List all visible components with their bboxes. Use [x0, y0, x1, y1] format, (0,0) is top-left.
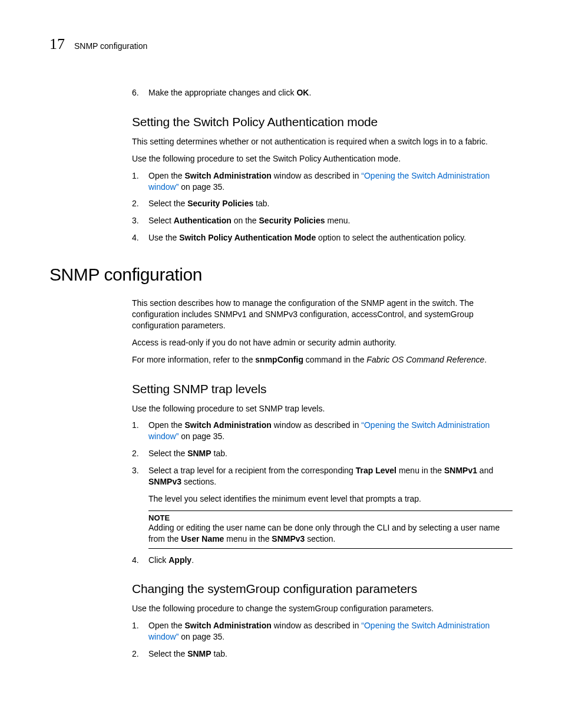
running-header: 17 SNMP configuration	[49, 35, 513, 53]
chapter-label: SNMP configuration	[74, 41, 147, 51]
procedure-list: Open the Switch Administration window as…	[132, 170, 513, 243]
section-heading: Setting the Switch Policy Authentication…	[132, 115, 513, 129]
list-item: Use the Switch Policy Authentication Mod…	[132, 232, 513, 243]
body-text: For more information, refer to the snmpC…	[132, 354, 513, 365]
list-item: Open the Switch Administration window as…	[132, 420, 513, 442]
list-item: Select a trap level for a recipient from…	[132, 465, 513, 487]
list-item: Open the Switch Administration window as…	[132, 620, 513, 643]
list-item: Make the appropriate changes and click O…	[132, 87, 513, 98]
section-heading: Changing the systemGroup configuration p…	[132, 582, 513, 596]
body-text: Access is read-only if you do not have a…	[132, 337, 513, 348]
continued-list: Make the appropriate changes and click O…	[132, 87, 513, 98]
note-block: NOTE Adding or editing the user name can…	[148, 510, 513, 549]
body-text: This section describes how to manage the…	[132, 298, 513, 331]
main-heading: SNMP configuration	[49, 265, 513, 285]
list-item: Select the Security Policies tab.	[132, 198, 513, 209]
note-title: NOTE	[148, 513, 513, 522]
body-text: The level you select identifies the mini…	[148, 493, 513, 505]
list-item: Open the Switch Administration window as…	[132, 170, 513, 193]
chapter-number: 17	[49, 35, 65, 53]
procedure-list: Open the Switch Administration window as…	[132, 420, 513, 487]
section-heading: Setting SNMP trap levels	[132, 382, 513, 396]
list-item: Select Authentication on the Security Po…	[132, 215, 513, 226]
continued-list: Click Apply.	[132, 555, 513, 566]
body-text: Use the following procedure to set the S…	[132, 153, 513, 164]
procedure-list: Open the Switch Administration window as…	[132, 620, 513, 660]
list-item: Select the SNMP tab.	[132, 648, 513, 660]
list-item: Select the SNMP tab.	[132, 448, 513, 459]
content-column: Make the appropriate changes and click O…	[132, 87, 513, 243]
body-text: This setting determines whether or not a…	[132, 136, 513, 147]
list-item: Click Apply.	[132, 555, 513, 566]
note-body: Adding or editing the user name can be d…	[148, 522, 513, 545]
body-text: Use the following procedure to set SNMP …	[132, 403, 513, 414]
body-text: Use the following procedure to change th…	[132, 603, 513, 614]
page: 17 SNMP configuration Make the appropria…	[0, 0, 562, 701]
content-column: This section describes how to manage the…	[132, 298, 513, 660]
